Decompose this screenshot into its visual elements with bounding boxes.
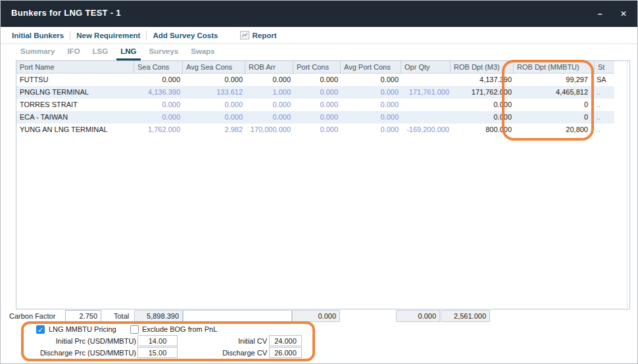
- table-cell: 20,800: [514, 124, 595, 136]
- column-header-rob-dpt-mmbtu: ROB Dpt (MMBTU): [514, 61, 595, 74]
- table-cell: 800.000: [451, 124, 514, 136]
- port-name-cell: TORRES STRAIT: [16, 99, 134, 111]
- report-button[interactable]: Report: [240, 31, 276, 39]
- toolbar-button-initial-bunkers[interactable]: Initial Bunkers: [12, 32, 64, 39]
- column-header-st: St: [595, 61, 614, 74]
- table-cell: 2.982: [183, 124, 245, 136]
- bunkers-window: Bunkers for LNG TEST - 1 – ✕ Initial Bun…: [0, 0, 638, 364]
- table-cell: 4,465,812: [514, 86, 595, 99]
- table-cell: 0.000: [183, 99, 245, 111]
- initial-prc-label: Initial Prc (USD/MMBTU): [7, 336, 136, 346]
- column-header-rob-arr: ROB Arr: [245, 61, 293, 74]
- table-cell: 170,000.000: [245, 124, 293, 136]
- table-cell: 0.000: [245, 74, 293, 86]
- table-cell: 171,761.000: [401, 86, 451, 99]
- table-cell: 4,136.390: [134, 86, 183, 99]
- port-name-cell: PNGLNG TERMINAL: [16, 86, 134, 99]
- toolbar: Initial BunkersNew RequirementAdd Survey…: [1, 27, 638, 44]
- table-cell: 133.612: [183, 86, 245, 99]
- table-cell: -169,200.000: [401, 124, 451, 136]
- table-row[interactable]: ECA - TAIWAN0.0000.0000.0000.0000.0000.0…: [16, 111, 614, 124]
- total-field-1: 0.000: [396, 310, 440, 322]
- report-label: Report: [252, 32, 276, 39]
- tab-summary[interactable]: Summary: [16, 45, 59, 60]
- tab-lsg[interactable]: LSG: [89, 45, 112, 60]
- exclude-bog-label: Exclude BOG from PnL: [142, 325, 217, 334]
- table-cell: 1.000: [245, 86, 293, 99]
- table-row[interactable]: YUNG AN LNG TERMINAL1,762.0002.982170,00…: [16, 124, 614, 136]
- table-cell: 0.000: [293, 124, 341, 136]
- table-row[interactable]: FUTTSU0.0000.0000.0000.0000.0004,137.390…: [16, 74, 614, 86]
- scrollbar-track[interactable]: [627, 61, 627, 309]
- initial-prc-input[interactable]: [137, 335, 178, 346]
- lng-mmbtu-pricing-checkbox[interactable]: ✓: [36, 325, 45, 334]
- port-name-cell: ECA - TAIWAN: [16, 111, 134, 124]
- total-blank-field: [183, 310, 292, 322]
- column-header-rob-dpt-m3: ROB Dpt (M3): [451, 61, 514, 74]
- table-cell: 0.000: [293, 74, 341, 86]
- table-cell: 0.000: [293, 111, 341, 124]
- table-cell: 0.000: [245, 111, 293, 124]
- table-cell: ..: [595, 99, 614, 111]
- close-button[interactable]: ✕: [616, 8, 631, 20]
- table-row[interactable]: PNGLNG TERMINAL4,136.390133.6121.0000.00…: [16, 86, 614, 99]
- table-cell: SA: [595, 74, 614, 86]
- report-chart-icon: [240, 31, 249, 39]
- table-cell: [401, 111, 451, 124]
- toolbar-separator: [146, 31, 147, 40]
- table-cell: 0.000: [134, 99, 183, 111]
- table-cell: 0.000: [451, 99, 514, 111]
- port-name-cell: YUNG AN LNG TERMINAL: [16, 124, 134, 136]
- discharge-prc-input[interactable]: [137, 347, 178, 358]
- column-header-sea-cons: Sea Cons: [134, 61, 183, 74]
- title-bar: Bunkers for LNG TEST - 1 – ✕: [1, 1, 638, 27]
- table-row[interactable]: TORRES STRAIT0.0000.0000.0000.0000.0000.…: [16, 99, 614, 111]
- table-cell: 0.000: [293, 86, 341, 99]
- minimize-button[interactable]: –: [593, 8, 607, 20]
- exclude-bog-checkbox[interactable]: [130, 325, 139, 334]
- table-cell: 0.000: [341, 74, 401, 86]
- table-body: FUTTSU0.0000.0000.0000.0000.0004,137.390…: [16, 74, 614, 136]
- tab-surveys[interactable]: Surveys: [145, 45, 183, 60]
- table-cell: 171,762.000: [451, 86, 514, 99]
- table-cell: 0.000: [451, 111, 514, 124]
- table-cell: 0.000: [293, 99, 341, 111]
- tab-swaps[interactable]: Swaps: [187, 45, 218, 60]
- bunkers-table: Port NameSea ConsAvg Sea ConsROB ArrPort…: [16, 60, 630, 309]
- table-cell: 99,297: [514, 74, 595, 86]
- table-cell: 4,137.390: [451, 74, 514, 86]
- lng-mmbtu-pricing-label: LNG MMBTU Pricing: [49, 325, 116, 334]
- toolbar-button-new-requirement[interactable]: New Requirement: [76, 32, 140, 39]
- table-cell: 0: [514, 99, 595, 111]
- table-grid: Port NameSea ConsAvg Sea ConsROB ArrPort…: [16, 61, 614, 136]
- table-cell: 0.000: [341, 111, 401, 124]
- table-cell: ..: [595, 111, 614, 124]
- table-cell: 0: [514, 111, 595, 124]
- total-sea-cons: 5,898.390: [134, 310, 183, 322]
- table-cell: 0.000: [183, 111, 245, 124]
- column-header-opr-qty: Opr Qty: [401, 61, 451, 74]
- toolbar-button-add-survey-costs[interactable]: Add Survey Costs: [153, 32, 218, 39]
- port-name-cell: FUTTSU: [16, 74, 134, 86]
- discharge-cv-input[interactable]: [269, 347, 302, 358]
- pricing-section: ✓ LNG MMBTU Pricing Exclude BOG from PnL…: [1, 322, 638, 364]
- table-header-row: Port NameSea ConsAvg Sea ConsROB ArrPort…: [16, 61, 614, 74]
- table-cell: 0.000: [134, 111, 183, 124]
- window-title: Bunkers for LNG TEST - 1: [11, 8, 121, 18]
- table-cell: 0.000: [245, 99, 293, 111]
- table-cell: 0.000: [341, 99, 401, 111]
- total-label: Total: [114, 311, 129, 323]
- table-cell: 0.000: [341, 86, 401, 99]
- initial-cv-input[interactable]: [269, 335, 302, 346]
- tab-ifo[interactable]: IFO: [63, 45, 84, 60]
- carbon-factor-input[interactable]: [65, 310, 101, 322]
- initial-cv-label: Initial CV: [198, 336, 267, 346]
- tab-bar: SummaryIFOLSGLNGSurveysSwaps: [1, 44, 638, 60]
- column-header-avg-port-cons: Avg Port Cons: [341, 61, 401, 74]
- tab-lng[interactable]: LNG: [116, 45, 140, 60]
- check-icon: ✓: [37, 326, 44, 334]
- toolbar-separator: [70, 31, 70, 40]
- carbon-factor-label: Carbon Factor: [9, 311, 55, 323]
- table-cell: 0.000: [341, 124, 401, 136]
- total-opr-qty: 2,561.000: [441, 310, 490, 322]
